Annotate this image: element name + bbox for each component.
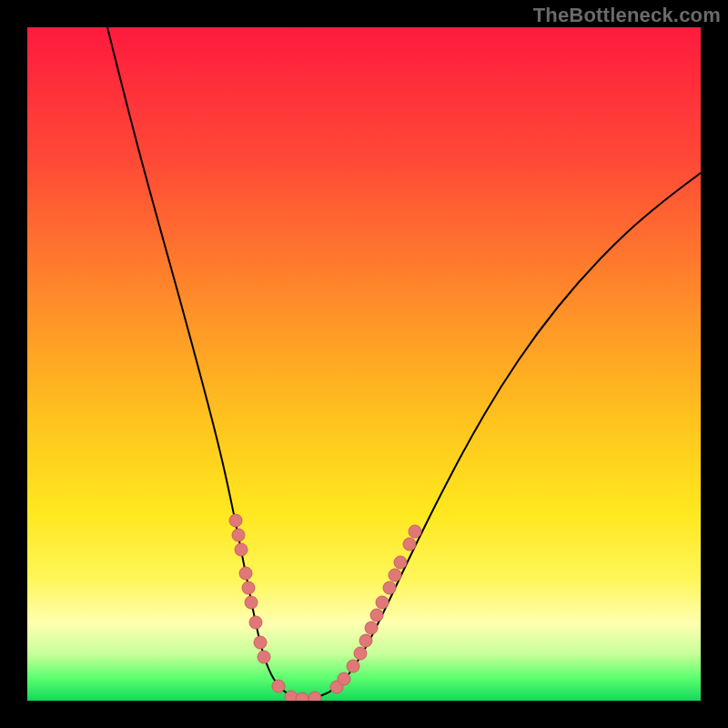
data-marker [272, 680, 285, 693]
data-marker [239, 567, 252, 580]
data-marker [354, 647, 367, 660]
data-marker [242, 581, 255, 594]
data-marker [338, 672, 350, 685]
data-marker [376, 596, 389, 609]
data-marker [254, 636, 267, 649]
plot-svg [27, 27, 701, 701]
data-marker [296, 693, 308, 701]
chart-frame: TheBottleneck.com [0, 0, 728, 728]
gradient-background [27, 27, 701, 701]
data-marker [409, 525, 421, 538]
data-marker [347, 660, 359, 672]
data-marker [370, 609, 383, 622]
data-marker [258, 651, 270, 663]
data-marker [235, 543, 248, 556]
data-marker [365, 622, 378, 634]
data-marker [359, 634, 372, 647]
data-marker [394, 556, 407, 569]
plot-area [27, 27, 701, 701]
data-marker [232, 529, 245, 541]
data-marker [249, 616, 262, 629]
watermark-text: TheBottleneck.com [533, 4, 721, 27]
data-marker [229, 514, 242, 527]
data-marker [403, 538, 416, 551]
data-marker [383, 581, 396, 594]
data-marker [389, 569, 401, 581]
data-marker [308, 692, 321, 701]
data-marker [245, 596, 258, 609]
